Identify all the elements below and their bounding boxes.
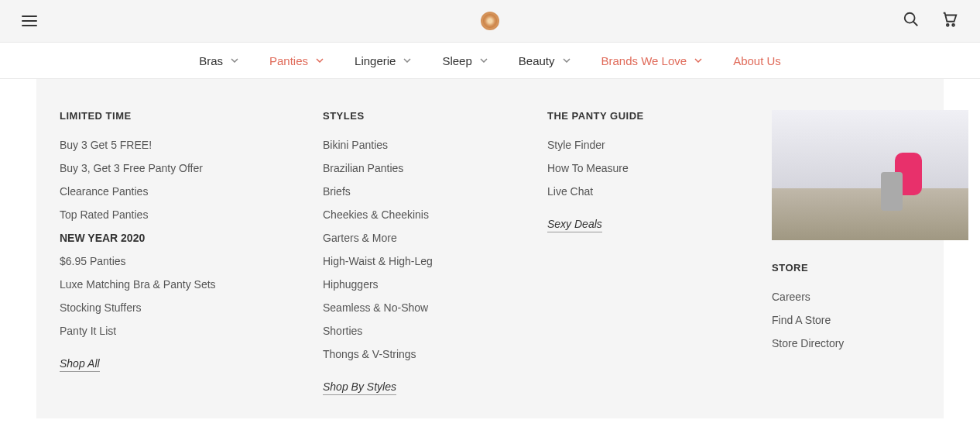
mega-link[interactable]: Style Finder — [547, 139, 718, 151]
mega-link[interactable]: Buy 3 Get 5 FREE! — [60, 139, 269, 151]
mega-link[interactable]: Top Rated Panties — [60, 208, 269, 221]
mega-link[interactable]: Stocking Stuffers — [60, 301, 269, 314]
mega-link[interactable]: Brazilian Panties — [323, 162, 493, 174]
primary-nav: Bras Panties Lingerie Sleep Beauty Brand… — [0, 43, 980, 79]
mega-link[interactable]: Cheekies & Cheekinis — [323, 208, 493, 221]
header-actions — [903, 11, 958, 31]
header — [0, 0, 980, 43]
hamburger-menu-icon[interactable] — [22, 15, 37, 26]
mega-link[interactable]: Buy 3, Get 3 Free Panty Offer — [60, 162, 269, 174]
chevron-down-icon — [694, 58, 702, 63]
mega-col-limited-time: LIMITED TIME Buy 3 Get 5 FREE! Buy 3, Ge… — [60, 110, 269, 395]
mega-link[interactable]: Bikini Panties — [323, 139, 493, 151]
shop-all-link[interactable]: Shop All — [60, 357, 100, 372]
mega-col-store: STORE Careers Find A Store Store Directo… — [772, 110, 968, 395]
svg-point-2 — [947, 24, 949, 26]
mega-link[interactable]: Hiphuggers — [323, 278, 493, 291]
search-icon[interactable] — [903, 11, 920, 31]
col-subheading: NEW YEAR 2020 — [60, 232, 269, 244]
shop-by-styles-link[interactable]: Shop By Styles — [323, 380, 396, 395]
promo-image[interactable] — [772, 110, 968, 240]
chevron-down-icon — [316, 58, 324, 63]
chevron-down-icon — [231, 58, 238, 63]
mega-link[interactable]: High-Waist & High-Leg — [323, 255, 493, 267]
mega-link[interactable]: Store Directory — [772, 337, 968, 349]
mega-col-panty-guide: THE PANTY GUIDE Style Finder How To Meas… — [547, 110, 718, 395]
mega-col-styles: STYLES Bikini Panties Brazilian Panties … — [323, 110, 493, 395]
nav-label: Bras — [199, 54, 223, 67]
brand-logo[interactable] — [481, 12, 499, 30]
nav-item-sleep[interactable]: Sleep — [442, 54, 487, 67]
mega-link[interactable]: Garters & More — [323, 232, 493, 244]
col-heading: STYLES — [323, 110, 493, 122]
nav-label: Brands We Love — [601, 54, 687, 67]
mega-link[interactable]: Shorties — [323, 325, 493, 337]
nav-item-panties[interactable]: Panties — [269, 54, 324, 67]
mega-link[interactable]: Find A Store — [772, 314, 968, 326]
mega-link[interactable]: Briefs — [323, 185, 493, 198]
mega-link[interactable]: $6.95 Panties — [60, 255, 269, 267]
col-heading: STORE — [772, 262, 968, 274]
sexy-deals-link[interactable]: Sexy Deals — [547, 218, 602, 232]
col-heading: LIMITED TIME — [60, 110, 269, 122]
nav-item-brands-we-love[interactable]: Brands We Love — [601, 54, 703, 67]
chevron-down-icon — [403, 58, 411, 63]
nav-label: Sleep — [442, 54, 471, 67]
mega-link[interactable]: Live Chat — [547, 185, 718, 198]
nav-item-bras[interactable]: Bras — [199, 54, 238, 67]
cart-icon[interactable] — [941, 11, 958, 31]
nav-item-lingerie[interactable]: Lingerie — [355, 54, 411, 67]
mega-link[interactable]: Panty It List — [60, 325, 269, 337]
svg-point-3 — [952, 24, 954, 26]
mega-link[interactable]: Seamless & No-Show — [323, 301, 493, 314]
svg-line-1 — [913, 22, 918, 26]
svg-point-0 — [905, 13, 915, 23]
mega-link[interactable]: Luxe Matching Bra & Panty Sets — [60, 278, 269, 291]
nav-label: Beauty — [519, 54, 555, 67]
chevron-down-icon — [480, 58, 488, 63]
mega-link[interactable]: Clearance Panties — [60, 185, 269, 198]
nav-label: Panties — [269, 54, 308, 67]
chevron-down-icon — [563, 58, 571, 63]
nav-item-beauty[interactable]: Beauty — [519, 54, 571, 67]
mega-link[interactable]: How To Measure — [547, 162, 718, 174]
mega-link[interactable]: Thongs & V-Strings — [323, 348, 493, 360]
mega-menu-panel: LIMITED TIME Buy 3 Get 5 FREE! Buy 3, Ge… — [36, 79, 944, 418]
nav-item-about-us[interactable]: About Us — [733, 54, 781, 67]
col-heading: THE PANTY GUIDE — [547, 110, 718, 122]
nav-label: About Us — [733, 54, 781, 67]
nav-label: Lingerie — [355, 54, 396, 67]
mega-link[interactable]: Careers — [772, 291, 968, 303]
